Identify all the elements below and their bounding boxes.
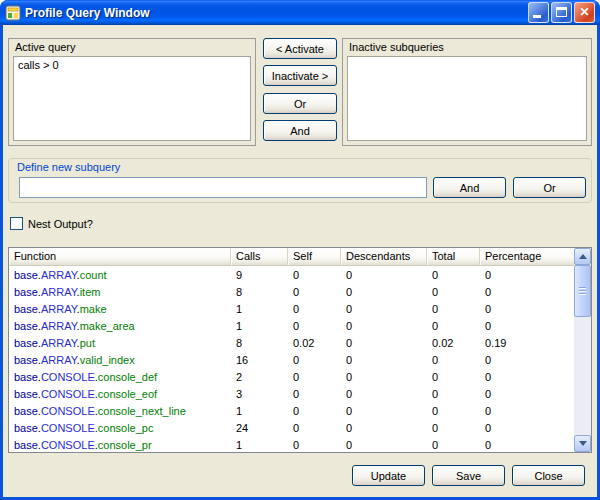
- titlebar-buttons: ✕: [528, 2, 595, 23]
- percentage-cell: 0: [480, 386, 574, 403]
- function-name-part: base: [14, 388, 38, 400]
- self-cell: 0: [288, 386, 341, 403]
- nest-output-checkbox[interactable]: [10, 217, 23, 230]
- total-cell: 0: [427, 318, 480, 335]
- scroll-up-icon: [579, 254, 587, 259]
- function-name-part: base: [14, 337, 38, 349]
- vertical-scrollbar[interactable]: [574, 248, 591, 452]
- nest-output-label: Nest Output?: [28, 218, 93, 230]
- self-cell: 0: [288, 318, 341, 335]
- total-cell: 0: [427, 403, 480, 420]
- function-name-part: ARRAY: [41, 354, 77, 366]
- table-row[interactable]: base.CONSOLE.console_next_line 1 0 0 0 0: [9, 403, 574, 420]
- function-name-part: base: [14, 371, 38, 383]
- active-query-panel: Active query calls > 0: [8, 38, 256, 146]
- scroll-thumb[interactable]: [574, 265, 591, 317]
- calls-cell: 24: [231, 420, 288, 437]
- table-row[interactable]: base.CONSOLE.console_def 2 0 0 0 0: [9, 369, 574, 386]
- calls-cell: 8: [231, 335, 288, 352]
- percentage-cell: 0: [480, 369, 574, 386]
- percentage-cell: 0: [480, 267, 574, 284]
- total-cell: 0: [427, 386, 480, 403]
- close-button[interactable]: ✕: [574, 2, 595, 23]
- table-row[interactable]: base.CONSOLE.console_pc 24 0 0 0 0: [9, 420, 574, 437]
- total-cell: 0: [427, 284, 480, 301]
- percentage-cell: 0.19: [480, 335, 574, 352]
- table-row[interactable]: base.ARRAY.make_area 1 0 0 0 0: [9, 318, 574, 335]
- active-query-label: Active query: [15, 41, 76, 53]
- self-cell: 0: [288, 437, 341, 452]
- or-button[interactable]: Or: [263, 93, 337, 114]
- subquery-or-button[interactable]: Or: [513, 177, 586, 198]
- function-name-part: console_next_line: [98, 405, 186, 417]
- function-name-part: base: [14, 269, 38, 281]
- column-header-function[interactable]: Function: [9, 248, 231, 265]
- column-header-percentage[interactable]: Percentage: [480, 248, 574, 265]
- titlebar[interactable]: Profile Query Window ✕: [0, 0, 600, 25]
- update-button[interactable]: Update: [352, 465, 425, 486]
- descendants-cell: 0: [341, 284, 427, 301]
- minimize-button[interactable]: [528, 2, 549, 23]
- column-header-total[interactable]: Total: [427, 248, 480, 265]
- table-row[interactable]: base.ARRAY.valid_index 16 0 0 0 0: [9, 352, 574, 369]
- table-row[interactable]: base.ARRAY.make 1 0 0 0 0: [9, 301, 574, 318]
- function-name-part: base: [14, 303, 38, 315]
- table-row[interactable]: base.CONSOLE.console_eof 3 0 0 0 0: [9, 386, 574, 403]
- function-name-part: count: [80, 269, 107, 281]
- table-row[interactable]: base.ARRAY.count 9 0 0 0 0: [9, 267, 574, 284]
- function-cell: base.CONSOLE.console_eof: [9, 386, 231, 403]
- inactivate-button[interactable]: Inactivate >: [263, 65, 337, 86]
- function-cell: base.ARRAY.valid_index: [9, 352, 231, 369]
- window-title: Profile Query Window: [25, 6, 524, 20]
- function-name-part: console_def: [98, 371, 157, 383]
- function-name-part: base: [14, 405, 38, 417]
- function-name-part: base: [14, 320, 38, 332]
- descendants-cell: 0: [341, 403, 427, 420]
- scroll-up-button[interactable]: [574, 248, 591, 265]
- subquery-input[interactable]: [19, 177, 427, 198]
- save-button[interactable]: Save: [432, 465, 505, 486]
- table-header: Function Calls Self Descendants Total Pe…: [9, 248, 574, 266]
- activate-button[interactable]: < Activate: [263, 38, 337, 59]
- active-query-item[interactable]: calls > 0: [14, 57, 250, 73]
- inactive-subqueries-panel: Inactive subqueries: [342, 38, 592, 146]
- function-cell: base.ARRAY.item: [9, 284, 231, 301]
- total-cell: 0: [427, 267, 480, 284]
- function-name-part: CONSOLE: [41, 405, 95, 417]
- table-row[interactable]: base.ARRAY.item 8 0 0 0 0: [9, 284, 574, 301]
- window: Profile Query Window ✕ Active query call…: [0, 0, 600, 500]
- close-dialog-button[interactable]: Close: [512, 465, 585, 486]
- define-subquery-group: Define new subquery And Or: [8, 158, 592, 203]
- inactive-subqueries-list[interactable]: [347, 56, 587, 141]
- total-cell: 0.02: [427, 335, 480, 352]
- and-button[interactable]: And: [263, 120, 337, 141]
- function-name-part: base: [14, 439, 38, 451]
- total-cell: 0: [427, 437, 480, 452]
- function-name-part: console_eof: [98, 388, 157, 400]
- self-cell: 0: [288, 301, 341, 318]
- function-name-part: item: [80, 286, 101, 298]
- column-header-self[interactable]: Self: [288, 248, 341, 265]
- inactive-subqueries-label: Inactive subqueries: [349, 41, 444, 53]
- subquery-and-button[interactable]: And: [433, 177, 506, 198]
- calls-cell: 1: [231, 301, 288, 318]
- total-cell: 0: [427, 369, 480, 386]
- function-name-part: ARRAY: [41, 320, 77, 332]
- calls-cell: 1: [231, 403, 288, 420]
- self-cell: 0.02: [288, 335, 341, 352]
- active-query-list[interactable]: calls > 0: [13, 56, 251, 141]
- function-name-part: CONSOLE: [41, 439, 95, 451]
- column-header-calls[interactable]: Calls: [231, 248, 288, 265]
- table-body: base.ARRAY.count 9 0 0 0 0 base.ARRAY.it…: [9, 267, 574, 452]
- self-cell: 0: [288, 420, 341, 437]
- scroll-down-button[interactable]: [574, 435, 591, 452]
- table-row[interactable]: base.ARRAY.put 8 0.02 0 0.02 0.19: [9, 335, 574, 352]
- function-name-part: console_pr: [98, 439, 152, 451]
- function-name-part: ARRAY: [41, 286, 77, 298]
- column-header-descendants[interactable]: Descendants: [341, 248, 427, 265]
- maximize-button[interactable]: [551, 2, 572, 23]
- descendants-cell: 0: [341, 335, 427, 352]
- table-row[interactable]: base.CONSOLE.console_pr 1 0 0 0 0: [9, 437, 574, 452]
- descendants-cell: 0: [341, 318, 427, 335]
- function-cell: base.ARRAY.put: [9, 335, 231, 352]
